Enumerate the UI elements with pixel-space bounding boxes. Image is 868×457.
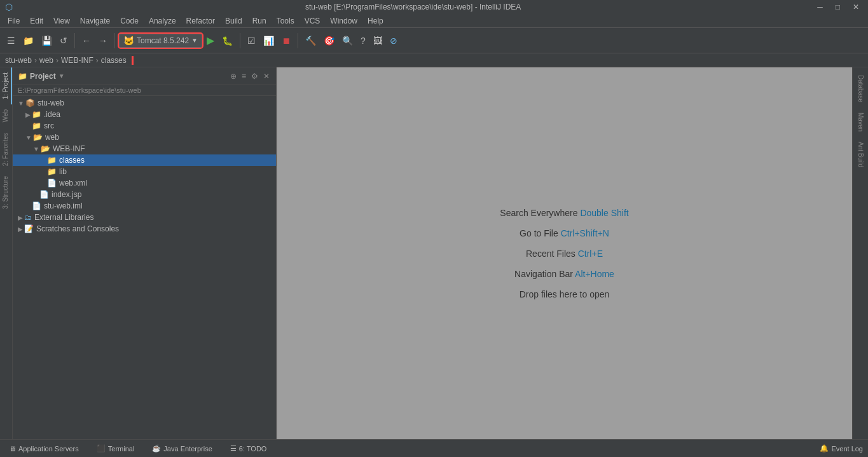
- menu-tools[interactable]: Tools: [272, 15, 300, 27]
- toolbar-menu-btn[interactable]: ☰: [4, 33, 18, 48]
- run-button[interactable]: ▶: [203, 32, 217, 49]
- folder-web-inf-icon: 📂: [41, 144, 50, 153]
- breadcrumb-stu-web[interactable]: stu-web: [5, 56, 32, 65]
- toolbar-help-btn[interactable]: ?: [357, 33, 369, 48]
- toolbar-image-btn[interactable]: 🖼: [370, 33, 385, 48]
- tab-event-log[interactable]: 🔔 Event Log: [820, 444, 863, 453]
- maximize-button[interactable]: □: [832, 1, 844, 13]
- tab-terminal[interactable]: ⬛ Terminal: [93, 443, 139, 454]
- tree-item-index-jsp[interactable]: ▶ 📄 index.jsp: [13, 189, 276, 200]
- drop-files-hint: Drop files here to open: [520, 289, 610, 299]
- tab-structure[interactable]: 3: Structure: [0, 171, 12, 214]
- breadcrumb: stu-web › web › WEB-INF › classes: [0, 53, 868, 67]
- tree-item-stu-web[interactable]: ▼ 📦 stu-web: [13, 97, 276, 109]
- toolbar-target-btn[interactable]: 🎯: [320, 33, 338, 48]
- tab-todo[interactable]: ☰ 6: TODO: [226, 443, 271, 454]
- tree-item-web[interactable]: ▼ 📂 web: [13, 132, 276, 143]
- tree-label-web-inf: WEB-INF: [53, 144, 85, 153]
- tab-application-servers[interactable]: 🖥 Application Servers: [5, 444, 83, 454]
- menu-analyze[interactable]: Analyze: [144, 15, 181, 27]
- menu-view[interactable]: View: [48, 15, 75, 27]
- folder-src-icon: 📁: [32, 121, 41, 130]
- right-sidebar: Database Maven Ant Build: [852, 67, 868, 439]
- toolbar-back-btn[interactable]: ←: [79, 33, 94, 48]
- menu-vcs[interactable]: VCS: [300, 15, 326, 27]
- separator-3: [240, 33, 240, 48]
- menu-navigate[interactable]: Navigate: [75, 15, 115, 27]
- tab-ant-build[interactable]: Ant Build: [856, 137, 865, 172]
- breadcrumb-sep-3: ›: [96, 56, 99, 65]
- breadcrumb-sep-2: ›: [56, 56, 59, 65]
- breadcrumb-web[interactable]: web: [39, 56, 53, 65]
- menu-run[interactable]: Run: [247, 15, 272, 27]
- breadcrumb-web-inf[interactable]: WEB-INF: [61, 56, 93, 65]
- tab-project[interactable]: 1: Project: [0, 67, 12, 104]
- close-panel-btn[interactable]: ✕: [262, 71, 271, 82]
- menu-bar: File Edit View Navigate Code Analyze Ref…: [0, 14, 868, 28]
- menu-file[interactable]: File: [3, 15, 25, 27]
- toolbar-forward-btn[interactable]: →: [95, 33, 111, 48]
- menu-edit[interactable]: Edit: [25, 15, 48, 27]
- app-icon: ⬡: [5, 2, 13, 12]
- tab-java-enterprise[interactable]: ☕ Java Enterprise: [148, 443, 216, 454]
- separator-1: [74, 33, 75, 48]
- xml-icon: 📄: [47, 179, 57, 188]
- toolbar-profile-btn[interactable]: 📊: [260, 33, 277, 48]
- debug-button[interactable]: 🐛: [219, 33, 236, 48]
- tree-item-web-xml[interactable]: ▶ 📄 web.xml: [13, 177, 276, 189]
- project-header: 📁 Project ▼ ⊕ ≡ ⚙ ✕: [13, 67, 276, 85]
- toolbar-refresh-btn[interactable]: ↺: [57, 33, 71, 48]
- tab-favorites[interactable]: 2: Favorites: [0, 128, 12, 171]
- menu-code[interactable]: Code: [115, 15, 144, 27]
- toolbar: ☰ 📁 💾 ↺ ← → 🐱 Tomcat 8.5.242 ▼ ▶ 🐛 ☑ 📊 ⏹…: [0, 28, 868, 53]
- tree-label-lib: lib: [59, 167, 67, 176]
- shortcut-search-everywhere: Search Everywhere Double Shift: [500, 208, 628, 218]
- run-config-dropdown[interactable]: 🐱 Tomcat 8.5.242 ▼: [119, 34, 202, 48]
- dropdown-icon[interactable]: ▼: [59, 72, 65, 79]
- menu-build[interactable]: Build: [220, 15, 247, 27]
- tree-item-web-inf[interactable]: ▼ 📂 WEB-INF: [13, 143, 276, 154]
- tab-web[interactable]: Web: [0, 104, 12, 127]
- left-panel-tabs: 1: Project Web 2: Favorites 3: Structure: [0, 67, 13, 439]
- close-button[interactable]: ✕: [849, 1, 863, 13]
- menu-help[interactable]: Help: [362, 15, 389, 27]
- event-log-icon: 🔔: [820, 444, 829, 453]
- scroll-from-source-btn[interactable]: ⊕: [229, 71, 238, 82]
- tab-maven[interactable]: Maven: [856, 107, 865, 137]
- tree-label-index-jsp: index.jsp: [52, 190, 81, 199]
- outer-layout: 1: Project Web 2: Favorites 3: Structure…: [0, 67, 868, 439]
- tree-item-external-libs[interactable]: ▶ 🗂 External Libraries: [13, 212, 276, 223]
- tree-item-classes[interactable]: ▶ 📁 classes: [13, 154, 276, 166]
- tree-label-stu-web: stu-web: [38, 99, 64, 107]
- arrow-external-libs: ▶: [18, 214, 23, 221]
- tree-item-idea[interactable]: ▶ 📁 .idea: [13, 109, 276, 120]
- tree-item-lib[interactable]: ▶ 📁 lib: [13, 166, 276, 177]
- toolbar-stop-btn[interactable]: ⏹: [279, 33, 294, 48]
- library-icon: 🗂: [24, 213, 32, 222]
- collapse-all-btn[interactable]: ≡: [240, 71, 247, 82]
- tree-item-scratches[interactable]: ▶ 📝 Scratches and Consoles: [13, 223, 276, 235]
- toolbar-open-btn[interactable]: 📁: [20, 33, 37, 48]
- window-controls: ─ □ ✕: [813, 1, 863, 13]
- app-servers-icon: 🖥: [9, 445, 16, 453]
- menu-refactor[interactable]: Refactor: [181, 15, 220, 27]
- tree-label-web-xml: web.xml: [59, 179, 87, 188]
- toolbar-coverage-btn[interactable]: ☑: [244, 33, 259, 48]
- tab-database[interactable]: Database: [856, 70, 865, 107]
- project-panel-title: 📁 Project ▼: [18, 72, 226, 81]
- toolbar-cancel-btn[interactable]: ⊘: [387, 33, 401, 48]
- minimize-button[interactable]: ─: [813, 1, 827, 13]
- terminal-icon: ⬛: [97, 444, 106, 453]
- breadcrumb-classes[interactable]: classes: [101, 56, 127, 65]
- run-config-label: Tomcat 8.5.242: [137, 36, 189, 45]
- toolbar-build-btn[interactable]: 🔨: [302, 33, 319, 48]
- tree-item-stu-web-iml[interactable]: ▶ 📄 stu-web.iml: [13, 200, 276, 212]
- tree-item-src[interactable]: ▶ 📁 src: [13, 120, 276, 132]
- tree-label-iml: stu-web.iml: [44, 201, 83, 210]
- settings-btn[interactable]: ⚙: [250, 71, 259, 82]
- title-bar: ⬡ stu-web [E:\ProgramFiles\workspace\ide…: [0, 0, 868, 14]
- toolbar-save-btn[interactable]: 💾: [38, 33, 55, 48]
- toolbar-search-btn[interactable]: 🔍: [339, 33, 356, 48]
- window-title: stu-web [E:\ProgramFiles\workspace\ide\s…: [13, 3, 813, 11]
- menu-window[interactable]: Window: [325, 15, 362, 27]
